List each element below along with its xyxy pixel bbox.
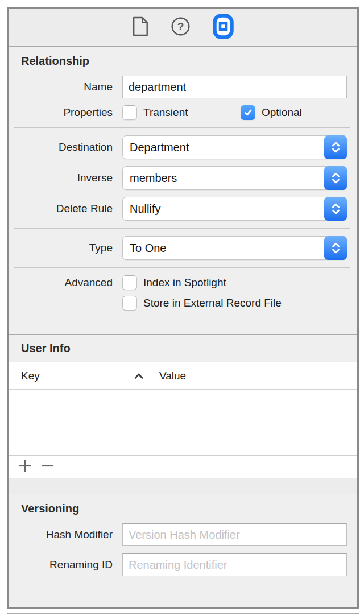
versioning-section: Versioning Hash Modifier Renaming ID <box>9 494 357 583</box>
user-info-section-title: User Info <box>9 335 357 362</box>
popup-stepper-icon <box>324 166 347 190</box>
quick-help-inspector-tab[interactable]: ? <box>171 17 190 38</box>
popup-stepper-icon <box>324 236 347 260</box>
popup-stepper-icon <box>324 197 347 221</box>
destination-value: Department <box>130 141 189 154</box>
checkmark-icon <box>243 108 253 118</box>
key-column-header[interactable]: Key <box>21 370 151 382</box>
relationship-section-title: Relationship <box>9 47 357 71</box>
user-info-section: User Info Key Value <box>9 334 357 494</box>
type-label: Type <box>9 242 113 254</box>
delete-rule-value: Nullify <box>130 202 160 216</box>
add-button[interactable] <box>18 458 32 476</box>
index-spotlight-checkbox[interactable] <box>122 275 137 290</box>
destination-label: Destination <box>9 141 113 154</box>
delete-rule-popup[interactable]: Nullify <box>122 197 347 221</box>
divider <box>14 267 350 268</box>
panel-filler <box>9 583 357 607</box>
inverse-label: Inverse <box>9 172 113 184</box>
value-column-header[interactable]: Value <box>151 362 357 389</box>
inverse-value: members <box>130 172 177 185</box>
user-info-table-body[interactable] <box>9 390 357 456</box>
help-icon: ? <box>171 17 190 38</box>
section-gap <box>9 478 357 494</box>
optional-label: Optional <box>262 106 302 119</box>
renaming-id-label: Renaming ID <box>9 559 113 571</box>
delete-rule-label: Delete Rule <box>9 202 113 215</box>
name-row: Name <box>9 76 347 98</box>
advanced-row-1: Advanced Index in Spotlight <box>9 275 347 290</box>
advanced-row-2: Store in External Record File <box>9 296 347 311</box>
bottom-divider <box>7 613 359 614</box>
data-model-inspector-tab[interactable] <box>213 14 234 42</box>
type-row: Type To One <box>9 236 347 260</box>
transient-checkbox-group: Transient <box>122 105 241 120</box>
remove-button[interactable] <box>42 458 54 476</box>
properties-label: Properties <box>9 106 113 119</box>
index-spotlight-label: Index in Spotlight <box>143 276 226 289</box>
inspector-panel: ? Relationship Name Properties <box>7 7 359 609</box>
data-model-icon <box>213 14 234 42</box>
renaming-id-row: Renaming ID <box>9 553 347 576</box>
file-inspector-tab[interactable] <box>133 16 148 39</box>
file-icon <box>133 16 148 39</box>
transient-label: Transient <box>143 106 188 119</box>
divider <box>14 228 350 229</box>
versioning-section-title: Versioning <box>9 494 357 523</box>
divider <box>14 127 350 128</box>
popup-stepper-icon <box>324 135 347 159</box>
hash-modifier-input[interactable] <box>122 523 347 546</box>
external-record-label: Store in External Record File <box>143 297 282 309</box>
external-record-group: Store in External Record File <box>122 296 347 311</box>
hash-modifier-row: Hash Modifier <box>9 523 347 546</box>
destination-row: Destination Department <box>9 135 347 159</box>
optional-checkbox-group: Optional <box>241 105 302 120</box>
name-input[interactable] <box>122 76 347 98</box>
inverse-popup[interactable]: members <box>122 166 347 190</box>
sort-ascending-icon <box>134 370 144 382</box>
optional-checkbox[interactable] <box>241 105 255 120</box>
type-popup[interactable]: To One <box>122 236 347 260</box>
destination-popup[interactable]: Department <box>122 135 347 159</box>
advanced-label: Advanced <box>9 276 113 289</box>
type-value: To One <box>130 242 166 255</box>
renaming-id-input[interactable] <box>122 553 347 576</box>
user-info-actions <box>9 456 357 478</box>
name-label: Name <box>9 81 113 93</box>
index-spotlight-group: Index in Spotlight <box>122 275 347 290</box>
relationship-form: Name Properties Transient Optional <box>9 71 357 317</box>
external-record-checkbox[interactable] <box>122 296 137 311</box>
user-info-table-header: Key Value <box>9 362 357 390</box>
inverse-row: Inverse members <box>9 166 347 190</box>
properties-row: Properties Transient Optional <box>9 105 347 120</box>
svg-text:?: ? <box>177 20 184 32</box>
inspector-toolbar: ? <box>9 9 357 47</box>
transient-checkbox[interactable] <box>122 105 137 120</box>
hash-modifier-label: Hash Modifier <box>9 528 113 541</box>
delete-rule-row: Delete Rule Nullify <box>9 197 347 221</box>
